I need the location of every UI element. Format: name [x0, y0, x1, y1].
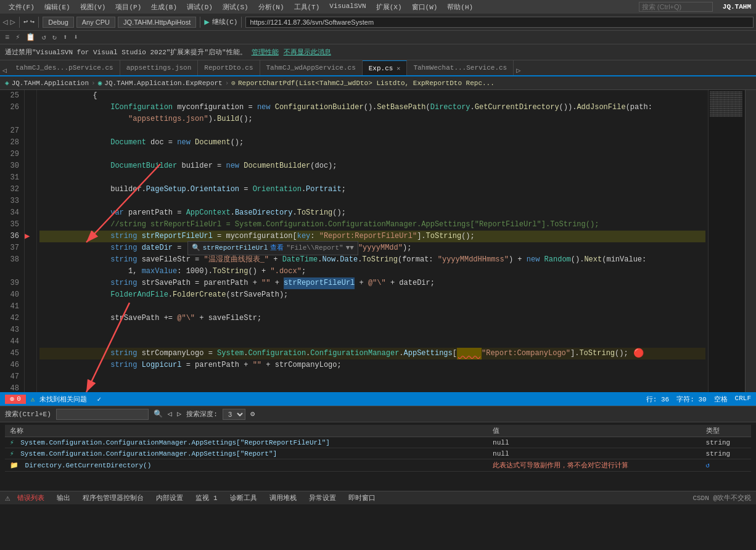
line-numbers: 25 26 27 28 29 30 31 32 33 34 35 36 37 3… [0, 90, 25, 392]
menu-project[interactable]: 项目(P) [112, 1, 145, 13]
tab-4-active[interactable]: Exp.cs ✕ [363, 60, 408, 75]
code-line-26: IConfiguration myconfiguration = new Con… [39, 102, 705, 113]
menu-view[interactable]: 视图(V) [76, 1, 110, 13]
tab-scroll-left[interactable]: ◁ [0, 66, 9, 75]
footer-tab-exceptions[interactable]: 异常设置 [304, 493, 341, 503]
continue-label[interactable]: 继续(C) [212, 17, 238, 27]
code-line-25: { [39, 90, 705, 102]
status-warning-text: 未找到相关问题 [39, 395, 87, 404]
dismiss-link[interactable]: 不再显示此消息 [284, 47, 331, 57]
watch-col-name: 名称 [5, 425, 488, 437]
toolbar2-icon-3[interactable]: 📋 [23, 31, 38, 43]
toolbar2-icon-6[interactable]: ⬆ [60, 31, 70, 43]
continue-icon[interactable]: ▶ [204, 17, 209, 27]
footer-tab-package[interactable]: 程序包管理器控制台 [78, 493, 149, 503]
menu-test[interactable]: 测试(S) [219, 1, 252, 13]
title-search-input[interactable] [639, 2, 713, 12]
refresh-icon[interactable]: ↺ [706, 462, 710, 469]
tab-scroll-right[interactable]: ▷ [514, 66, 523, 75]
breadcrumb-part-3[interactable]: ReportChartPdf(List<TahmCJ_wdDto> Listdt… [238, 80, 495, 87]
toolbar2-icon-7[interactable]: ⬇ [71, 31, 80, 43]
title-bar: 文件(F) 编辑(E) 视图(V) 项目(P) 生成(B) 调试(D) 测试(S… [0, 0, 756, 14]
toolbar2-icon-4[interactable]: ↺ [39, 31, 48, 43]
project-btn[interactable]: JQ.TAHM.HttpApiHost [118, 17, 196, 28]
menu-file[interactable]: 文件(F) [5, 1, 38, 13]
redo-icon[interactable]: ↪ [30, 17, 35, 27]
minimap: ████████████████████████████████████████… [708, 90, 745, 392]
forward-icon[interactable]: ▷ [10, 17, 15, 27]
minimap-content: ████████████████████████████████████████… [709, 90, 745, 118]
footer-tab-immediate[interactable]: 即时窗口 [343, 493, 380, 503]
popup-sep: "File\\Report" [286, 242, 343, 254]
watch-row-0[interactable]: ⚡ System.Configuration.ConfigurationMana… [5, 437, 751, 448]
watch-row-1[interactable]: ⚡ System.Configuration.ConfigurationMana… [5, 448, 751, 459]
search-icon[interactable]: 🔍 [154, 409, 163, 419]
warning-icon: ⚠ [31, 395, 35, 403]
footer-tab-diagnostics[interactable]: 诊断工具 [225, 493, 262, 503]
footer-tab-internal[interactable]: 内部设置 [151, 493, 188, 503]
error-count: ⊗ [10, 395, 14, 404]
code-line-34: var parentPath = AppContext.BaseDirector… [39, 207, 705, 219]
tab-2[interactable]: ReportDto.cs [198, 60, 260, 75]
popup-arrow: ▼▼ [346, 242, 354, 254]
toolbar2-icon-2[interactable]: ⚡ [13, 31, 22, 43]
code-line-43 [39, 324, 705, 336]
solution-explorer-btn[interactable]: 解决方案 [746, 92, 757, 97]
menu-analyze[interactable]: 分析(N) [255, 1, 288, 13]
bottom-panel: 搜索(Ctrl+E) 🔍 ◁ ▷ 搜索深度: 3 1 2 4 5 ⚙ 名称 值 … [0, 406, 756, 504]
menu-edit[interactable]: 编辑(E) [41, 1, 74, 13]
menu-debug[interactable]: 调试(D) [183, 1, 216, 13]
menu-extensions[interactable]: 扩展(X) [372, 1, 406, 13]
next-result-icon[interactable]: ▷ [177, 409, 181, 419]
debug-mode-btn[interactable]: Debug [43, 17, 73, 28]
code-line-39: string strSavePath = parentPath + "" + s… [39, 277, 705, 289]
prev-result-icon[interactable]: ◁ [168, 409, 172, 419]
tab-3[interactable]: TahmCJ_wdAppService.cs [260, 60, 363, 75]
code-line-37: string dateDir = 🔍 strReportFileUrl 查看 "… [39, 242, 705, 254]
code-area[interactable]: { IConfiguration myconfiguration = new C… [37, 90, 708, 392]
depth-select[interactable]: 3 1 2 4 5 [223, 409, 245, 420]
code-line-29 [39, 149, 705, 160]
tab-5[interactable]: TahmWechat...Service.cs [407, 60, 514, 75]
watch-row-2[interactable]: 📁 Directory.GetCurrentDirectory() 此表达式可导… [5, 459, 751, 472]
menu-bar-items: 文件(F) 编辑(E) 视图(V) 项目(P) 生成(B) 调试(D) 测试(S… [5, 1, 477, 13]
popup-view-link[interactable]: 查看 [270, 242, 284, 254]
watch-name-1: ⚡ System.Configuration.ConfigurationMana… [5, 448, 488, 459]
menu-help[interactable]: 帮助(H) [443, 1, 477, 13]
footer-tab-watch[interactable]: 监视 1 [191, 493, 222, 503]
watch-icon-1: ⚡ [10, 450, 14, 458]
search-input[interactable] [56, 409, 149, 420]
tab-0[interactable]: tahmCJ_des...pService.cs [9, 60, 120, 75]
breadcrumb-part-2[interactable]: JQ.TAHM.Application.ExpReport [104, 80, 222, 87]
toolbar2-icon-5[interactable]: ↻ [50, 31, 59, 43]
watch-icon-0: ⚡ [10, 439, 14, 446]
tab-1[interactable]: appsettings.json [120, 60, 199, 75]
bottom-footer: ⚠ 错误列表 输出 程序包管理器控制台 内部设置 监视 1 诊断工具 调用堆栈 … [0, 491, 756, 504]
footer-tab-callstack[interactable]: 调用堆栈 [265, 493, 302, 503]
back-icon[interactable]: ◁ [2, 17, 7, 27]
code-line-44 [39, 336, 705, 348]
toolbar2-icon-1[interactable]: ≡ [2, 32, 12, 43]
manage-performance-link[interactable]: 管理性能 [252, 47, 279, 57]
menu-tools[interactable]: 工具(T) [290, 1, 324, 13]
menu-build[interactable]: 生成(B) [147, 1, 181, 13]
options-icon[interactable]: ⚙ [250, 409, 255, 419]
url-bar[interactable] [245, 17, 754, 28]
status-bar-right: 行: 36 字符: 30 空格 CRLF [646, 395, 751, 404]
footer-tab-errors[interactable]: 错误列表 [12, 493, 49, 503]
menu-svn[interactable]: VisualSVN [326, 1, 369, 13]
watch-value-1: null [488, 448, 701, 459]
breadcrumb-icon-3: ⊙ [231, 79, 236, 87]
platform-btn[interactable]: Any CPU [76, 17, 115, 28]
footer-expand-icon[interactable]: ⚠ [5, 493, 10, 503]
footer-tab-output[interactable]: 输出 [52, 493, 75, 503]
status-encoding: CRLF [735, 395, 751, 404]
breadcrumb-part-1[interactable]: JQ.TAHM.Application [12, 80, 89, 87]
csdn-watermark: CSDN @吹牛不交税 [692, 493, 751, 503]
toolbar-sep-1 [19, 17, 20, 28]
right-panel-toggle: 解决方案 [745, 90, 756, 392]
undo-icon[interactable]: ↩ [23, 17, 28, 27]
menu-window[interactable]: 窗口(W) [408, 1, 442, 13]
tab-4-close[interactable]: ✕ [396, 65, 400, 72]
autocomplete-popup[interactable]: 🔍 strReportFileUrl 查看 "File\\Report" ▼▼ [187, 241, 358, 255]
